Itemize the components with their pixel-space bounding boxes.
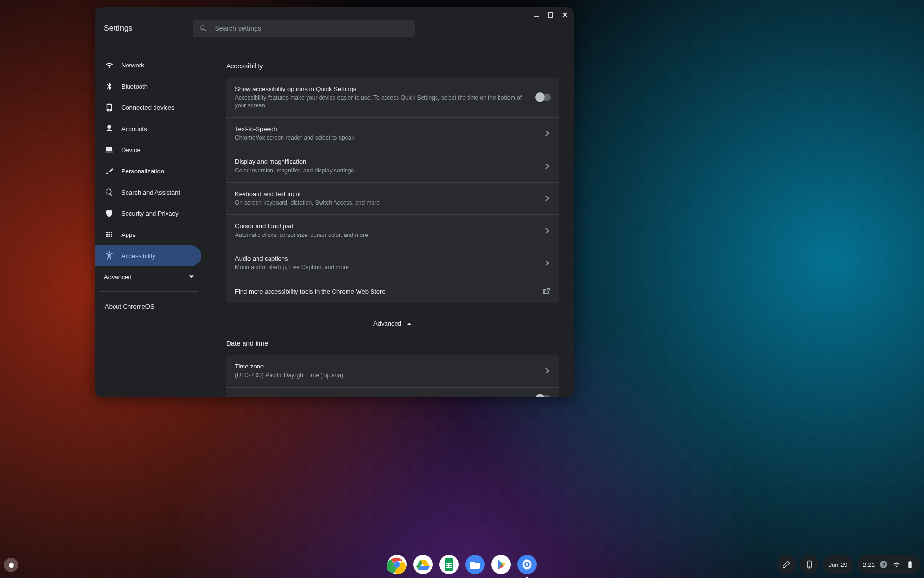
minimize-button[interactable]: [531, 10, 541, 20]
app-title: Settings: [104, 24, 132, 33]
shelf-app-sheets[interactable]: [439, 555, 459, 574]
stylus-tools-button[interactable]: [777, 555, 796, 574]
sidebar-item-label: Accounts: [121, 125, 147, 132]
toggle-24-hour[interactable]: [536, 395, 551, 397]
shelf-date: Jun 29: [829, 561, 847, 568]
sheets-icon: [439, 555, 459, 574]
shelf-app-drive[interactable]: [413, 555, 433, 574]
pen-icon: [782, 560, 791, 569]
about-label: About ChromeOS: [105, 303, 154, 310]
settings-window: Settings Network Bluetooth Connected dev…: [95, 7, 574, 397]
row-24-hour-clock[interactable]: Use 24-hour clock: [226, 387, 559, 398]
drive-icon: [413, 555, 433, 574]
row-text-to-speech[interactable]: Text-to-Speech ChromeVox screen reader a…: [226, 117, 559, 149]
shelf-apps: [387, 555, 537, 574]
sidebar-about-chromeos[interactable]: About ChromeOS: [95, 296, 203, 317]
sidebar-advanced-toggle[interactable]: Advanced: [95, 266, 203, 288]
search-box[interactable]: [192, 20, 415, 37]
sidebar-item-label: Bluetooth: [121, 83, 148, 90]
row-display-magnification[interactable]: Display and magnification Color inversio…: [226, 150, 559, 182]
phone-hub-button[interactable]: [800, 555, 819, 574]
row-sub: Mono audio, startup, Live Caption, and m…: [235, 263, 536, 271]
chevron-right-icon: [544, 195, 551, 202]
toggle-quick-settings[interactable]: [536, 94, 551, 101]
connected-devices-icon: [105, 103, 114, 112]
content-advanced-toggle[interactable]: Advanced: [226, 320, 559, 327]
chevron-right-icon: [544, 368, 551, 374]
person-icon: [105, 124, 114, 133]
svg-point-6: [395, 562, 400, 567]
sidebar-item-connected[interactable]: Connected devices: [95, 97, 201, 118]
content: Accessibility Show accessibility options…: [203, 50, 574, 397]
row-title: Keyboard and text input: [235, 190, 536, 197]
svg-point-1: [201, 26, 205, 30]
row-title: Audio and captions: [235, 255, 536, 262]
sidebar-item-device[interactable]: Device: [95, 139, 201, 160]
section-title-datetime: Date and time: [226, 340, 559, 347]
shelf-app-files[interactable]: [465, 555, 485, 574]
row-time-zone[interactable]: Time zone (UTC-7:00) Pacific Daylight Ti…: [226, 355, 559, 387]
shelf-app-chrome[interactable]: [387, 555, 407, 574]
row-quick-settings-toggle[interactable]: Show accessibility options in Quick Sett…: [226, 78, 559, 117]
divider: [100, 291, 198, 292]
play-store-icon: [491, 555, 511, 574]
files-icon: [465, 555, 485, 574]
chevron-right-icon: [544, 163, 551, 170]
sidebar-item-accessibility[interactable]: Accessibility: [95, 245, 201, 266]
sidebar-item-search-assistant[interactable]: Search and Assistant: [95, 182, 201, 203]
close-button[interactable]: [560, 10, 570, 20]
row-chrome-web-store[interactable]: Find more accessibility tools in the Chr…: [226, 279, 559, 303]
row-title: Text-to-Speech: [235, 125, 536, 132]
sidebar: Network Bluetooth Connected devices Acco…: [95, 50, 203, 397]
row-sub: Color inversion, magnifier, and display …: [235, 167, 536, 174]
row-title: Show accessibility options in Quick Sett…: [235, 85, 528, 92]
svg-rect-0: [548, 13, 553, 17]
sidebar-item-personalization[interactable]: Personalization: [95, 160, 201, 182]
sidebar-item-apps[interactable]: Apps: [95, 224, 201, 245]
shelf-app-settings[interactable]: [517, 555, 537, 574]
shelf-time: 2:21: [863, 561, 875, 568]
advanced-label: Advanced: [373, 320, 401, 327]
wifi-icon: [105, 61, 114, 69]
shelf-app-play[interactable]: [491, 555, 511, 574]
window-controls: [531, 10, 570, 20]
chrome-icon: [387, 555, 407, 574]
shelf: Jun 29 2:21 2: [0, 551, 924, 578]
row-keyboard-text[interactable]: Keyboard and text input On-screen keyboa…: [226, 182, 559, 214]
date-pill[interactable]: Jun 29: [823, 555, 853, 574]
sidebar-item-label: Security and Privacy: [121, 210, 179, 217]
sidebar-item-bluetooth[interactable]: Bluetooth: [95, 76, 201, 97]
accessibility-icon: [105, 251, 114, 260]
accessibility-card: Show accessibility options in Quick Sett…: [226, 78, 559, 303]
sidebar-item-network[interactable]: Network: [95, 54, 201, 76]
row-sub: (UTC-7:00) Pacific Daylight Time (Tijuan…: [235, 371, 536, 379]
sidebar-item-label: Device: [121, 146, 141, 154]
datetime-card: Time zone (UTC-7:00) Pacific Daylight Ti…: [226, 355, 559, 397]
row-title: Find more accessibility tools in the Chr…: [235, 288, 534, 295]
sidebar-item-accounts[interactable]: Accounts: [95, 118, 201, 139]
quick-settings-button[interactable]: 2:21 2: [857, 555, 920, 574]
row-title: Display and magnification: [235, 158, 536, 165]
chevron-up-icon: [406, 321, 412, 327]
sidebar-item-label: Search and Assistant: [121, 189, 180, 196]
sidebar-item-label: Network: [121, 62, 144, 69]
running-indicator: [526, 577, 528, 578]
battery-icon: [906, 560, 914, 569]
search-input[interactable]: [214, 24, 408, 33]
wifi-icon: [892, 560, 901, 569]
sidebar-item-security[interactable]: Security and Privacy: [95, 203, 201, 224]
maximize-button[interactable]: [546, 10, 555, 20]
row-sub: On-screen keyboard, dictation, Switch Ac…: [235, 199, 536, 207]
row-cursor-touchpad[interactable]: Cursor and touchpad Automatic clicks, cu…: [226, 214, 559, 247]
search-icon: [105, 188, 114, 197]
row-audio-captions[interactable]: Audio and captions Mono audio, startup, …: [226, 247, 559, 279]
row-sub: ChromeVox screen reader and select-to-sp…: [235, 134, 536, 142]
header: Settings: [95, 7, 574, 50]
search-icon: [199, 24, 208, 33]
launcher-button[interactable]: [4, 558, 18, 572]
chevron-right-icon: [544, 130, 551, 137]
brush-icon: [105, 167, 114, 175]
section-title-accessibility: Accessibility: [226, 62, 559, 70]
row-title: Use 24-hour clock: [235, 395, 528, 398]
phone-icon: [805, 560, 814, 569]
